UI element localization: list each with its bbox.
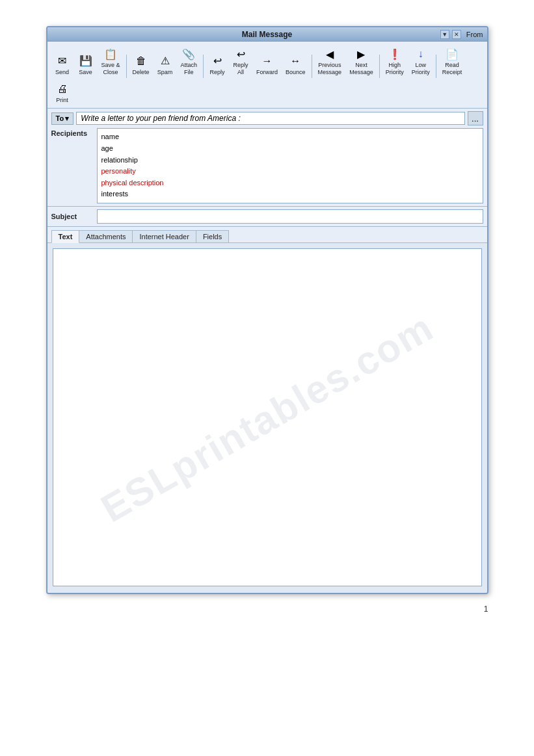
- save-close-button[interactable]: 📋 Save &Close: [98, 44, 124, 78]
- low-priority-button[interactable]: ↓ LowPriority: [408, 44, 433, 78]
- send-label: Send: [55, 69, 69, 76]
- delete-button[interactable]: 🗑 Delete: [129, 51, 153, 78]
- more-button[interactable]: ...: [468, 111, 483, 125]
- high-priority-label: HighPriority: [386, 62, 404, 76]
- tabs-bar: Text Attachments Internet Header Fields: [47, 227, 487, 243]
- save-close-label: Save &Close: [101, 62, 120, 76]
- close-button[interactable]: ✕: [452, 30, 461, 39]
- attach-icon: 📎: [181, 46, 196, 62]
- spam-icon: ⚠: [157, 53, 173, 69]
- from-label: From: [466, 31, 483, 38]
- spam-button[interactable]: ⚠ Spam: [154, 51, 176, 78]
- page-number: 1: [484, 605, 488, 614]
- save-icon: 💾: [78, 53, 94, 69]
- attach-file-button[interactable]: 📎 AttachFile: [178, 44, 201, 78]
- recipients-list: name age relationship personality physic…: [97, 128, 483, 203]
- next-label: NextMessage: [349, 62, 373, 76]
- toolbar: ✉ Send 💾 Save 📋 Save &Close 🗑 Delete ⚠ S…: [47, 42, 487, 109]
- list-item: interests: [101, 189, 479, 200]
- low-priority-icon: ↓: [413, 46, 429, 62]
- title-bar: Mail Message ▼ ✕ From: [47, 27, 487, 42]
- forward-label: Forward: [256, 69, 278, 76]
- send-icon: ✉: [55, 53, 70, 69]
- forward-button[interactable]: → Forward: [253, 51, 281, 78]
- forward-icon: →: [260, 53, 275, 69]
- delete-label: Delete: [133, 69, 150, 76]
- body-area: ESLprintables.com: [47, 243, 487, 593]
- to-row: To ▾ Write a letter to your pen friend f…: [51, 111, 483, 125]
- reply-all-label: ReplyAll: [234, 62, 248, 76]
- high-priority-icon: ❗: [387, 46, 403, 62]
- low-priority-label: LowPriority: [412, 62, 430, 76]
- delete-icon: 🗑: [133, 53, 149, 69]
- list-item: personality: [101, 166, 479, 177]
- bounce-label: Bounce: [286, 69, 306, 76]
- reply-all-icon: ↩: [233, 46, 248, 62]
- to-label: To: [56, 114, 64, 122]
- separator-2: [203, 55, 204, 78]
- attach-label: AttachFile: [181, 62, 198, 76]
- recipients-label-row: Recipients name age relationship persona…: [51, 128, 483, 203]
- separator-5: [436, 55, 436, 78]
- recipients-area: To ▾ Write a letter to your pen friend f…: [47, 109, 487, 207]
- print-label: Print: [56, 97, 68, 104]
- spam-label: Spam: [157, 69, 173, 76]
- recipients-label: Recipients: [51, 128, 97, 137]
- reply-button[interactable]: ↩ Reply: [206, 51, 228, 78]
- read-receipt-button[interactable]: 📄 ReadReceipt: [439, 44, 466, 78]
- separator-3: [312, 55, 312, 78]
- reply-icon: ↩: [209, 53, 225, 69]
- previous-message-button[interactable]: ◀ PreviousMessage: [315, 44, 345, 78]
- save-button[interactable]: 💾 Save: [75, 51, 97, 78]
- reply-all-button[interactable]: ↩ ReplyAll: [230, 44, 252, 78]
- subject-label: Subject: [51, 213, 97, 220]
- minimize-button[interactable]: ▼: [440, 30, 449, 39]
- tab-text[interactable]: Text: [51, 230, 80, 243]
- send-button[interactable]: ✉ Send: [51, 51, 73, 78]
- dropdown-arrow: ▾: [65, 114, 69, 123]
- previous-label: PreviousMessage: [318, 62, 342, 76]
- window-title: Mail Message: [242, 30, 292, 39]
- subject-input[interactable]: [97, 209, 483, 224]
- list-item: age: [101, 143, 479, 155]
- body-textarea[interactable]: [53, 248, 482, 586]
- separator-1: [126, 55, 127, 78]
- list-item: physical description: [101, 177, 479, 189]
- list-item: name: [101, 131, 479, 143]
- print-icon: 🖨: [55, 81, 70, 97]
- title-bar-controls: ▼ ✕ From: [440, 30, 483, 39]
- tab-fields[interactable]: Fields: [196, 230, 229, 242]
- to-button[interactable]: To ▾: [51, 112, 74, 125]
- print-button[interactable]: 🖨 Print: [51, 79, 73, 106]
- next-icon: ▶: [353, 46, 369, 62]
- separator-4: [379, 55, 380, 78]
- next-message-button[interactable]: ▶ NextMessage: [346, 44, 377, 78]
- save-label: Save: [79, 69, 92, 76]
- list-item: relationship: [101, 155, 479, 166]
- read-receipt-icon: 📄: [444, 46, 460, 62]
- tab-attachments[interactable]: Attachments: [79, 230, 133, 242]
- bounce-button[interactable]: ↔ Bounce: [282, 51, 309, 78]
- bounce-icon: ↔: [287, 53, 303, 69]
- high-priority-button[interactable]: ❗ HighPriority: [382, 44, 407, 78]
- save-close-icon: 📋: [103, 46, 118, 62]
- tab-internet-header[interactable]: Internet Header: [133, 230, 196, 242]
- instruction-text: Write a letter to your pen friend from A…: [76, 112, 464, 125]
- reply-label: Reply: [210, 69, 225, 76]
- previous-icon: ◀: [322, 46, 338, 62]
- subject-row: Subject: [47, 207, 487, 227]
- read-receipt-label: ReadReceipt: [442, 62, 462, 76]
- mail-window: Mail Message ▼ ✕ From ✉ Send 💾 Save 📋 Sa…: [46, 26, 488, 594]
